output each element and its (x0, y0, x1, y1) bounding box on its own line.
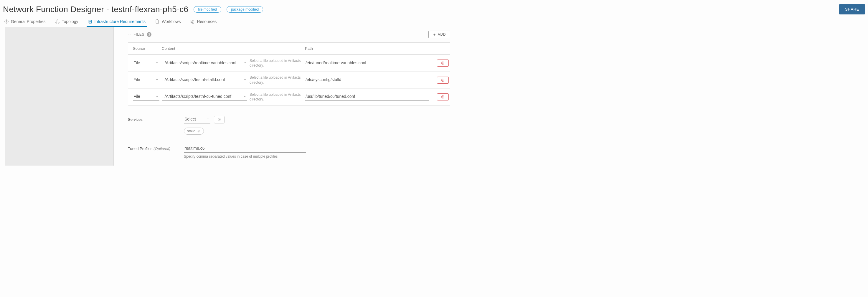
tab-infrastructure-requirements[interactable]: Infrastructure Requirements (87, 17, 147, 27)
services-control: Select stalld (184, 116, 450, 135)
page-title: Network Function Designer - testnf-flexr… (3, 5, 188, 14)
path-value: /usr/lib/tuned/c6/tuned.conf (306, 94, 355, 99)
service-tag[interactable]: stalld (184, 127, 204, 135)
plus-icon (433, 33, 436, 36)
path-value: /etc/tuned/realtime-variables.conf (306, 60, 366, 65)
col-path: Path (305, 46, 429, 51)
tab-label: Infrastructure Requirements (95, 19, 146, 24)
delete-circle-icon (441, 95, 445, 99)
tab-topology[interactable]: Topology (54, 17, 80, 27)
content-value: ../Artifacts/scripts/testnf-c6-tuned.con… (162, 94, 231, 99)
chevron-down-icon (155, 78, 159, 81)
path-input[interactable]: /usr/lib/tuned/c6/tuned.conf (305, 93, 429, 101)
col-content: Content (162, 46, 247, 51)
source-select[interactable]: File (133, 59, 159, 67)
delete-circle-icon (441, 61, 445, 65)
tuned-optional: (Optional) (154, 146, 170, 151)
add-service-button[interactable] (214, 116, 224, 123)
chevron-down-icon (155, 61, 159, 64)
content-select[interactable]: ../Artifacts/scripts/realtime-variables.… (162, 59, 247, 67)
package-modified-badge: package modified (226, 6, 263, 13)
svg-line-7 (58, 21, 58, 22)
files-table-head: Source Content Path (128, 43, 450, 55)
content-hint: Select a file uploaded in Artifacts dire… (250, 75, 303, 85)
left-gap (0, 27, 5, 166)
tuned-label-text: Tuned Profiles (128, 146, 152, 151)
chevron-down-icon (243, 78, 247, 81)
workflows-icon (155, 19, 160, 24)
remove-tag-icon (197, 129, 200, 133)
chevron-down-icon (243, 95, 247, 98)
path-input[interactable]: /etc/tuned/realtime-variables.conf (305, 59, 429, 67)
files-section-toggle[interactable]: FILES 3 (128, 32, 151, 37)
path-value: /etc/sysconfig/stalld (306, 77, 341, 82)
files-section-header: FILES 3 ADD (128, 31, 450, 38)
table-row: File ../Artifacts/scripts/testnf-stalld.… (128, 71, 450, 88)
svg-point-3 (56, 22, 57, 23)
services-select[interactable]: Select (184, 116, 210, 123)
info-icon (4, 19, 9, 24)
content-value: ../Artifacts/scripts/realtime-variables.… (162, 60, 236, 65)
chevron-down-icon (243, 61, 247, 64)
content-hint: Select a file uploaded in Artifacts dire… (250, 92, 303, 102)
page-header: Network Function Designer - testnf-flexr… (0, 0, 868, 17)
tuned-control: realtime,c6 Specify comma separated valu… (184, 145, 450, 158)
services-select-row: Select (184, 116, 450, 123)
tuned-input[interactable]: realtime,c6 (184, 145, 306, 153)
col-source: Source (133, 46, 159, 51)
content-value: ../Artifacts/scripts/testnf-stalld.conf (162, 77, 225, 82)
add-file-button[interactable]: ADD (428, 31, 450, 38)
files-count-badge: 3 (147, 32, 151, 37)
source-value: File (133, 77, 140, 82)
resources-icon (190, 19, 195, 24)
tab-label: Resources (197, 19, 217, 24)
source-select[interactable]: File (133, 76, 159, 84)
topology-icon (55, 19, 60, 24)
services-row: Services Select stalld (128, 116, 450, 135)
svg-line-6 (57, 21, 57, 22)
left-panel (5, 27, 114, 166)
tuned-row: Tuned Profiles (Optional) realtime,c6 Sp… (128, 145, 450, 158)
add-label: ADD (438, 32, 446, 36)
source-select[interactable]: File (133, 93, 159, 101)
source-value: File (133, 94, 140, 99)
requirements-icon (88, 19, 93, 24)
tab-workflows[interactable]: Workflows (154, 17, 182, 27)
delete-row-button[interactable] (437, 77, 449, 84)
services-select-value: Select (184, 117, 196, 121)
chevron-down-icon (206, 117, 210, 121)
svg-point-5 (57, 20, 58, 21)
delete-row-button[interactable] (437, 60, 449, 67)
tab-label: Topology (62, 19, 79, 24)
source-value: File (133, 60, 140, 65)
tab-label: Workflows (162, 19, 181, 24)
tabs: General Properties Topology Infrastructu… (0, 17, 868, 27)
chevron-down-icon (128, 33, 131, 36)
svg-point-4 (58, 22, 59, 23)
services-label: Services (128, 116, 181, 122)
path-input[interactable]: /etc/sysconfig/stalld (305, 76, 429, 84)
tab-label: General Properties (11, 19, 46, 24)
content-select[interactable]: ../Artifacts/scripts/testnf-c6-tuned.con… (162, 93, 247, 101)
tab-resources[interactable]: Resources (189, 17, 218, 27)
main-content: FILES 3 ADD Source Content Path File (114, 27, 456, 166)
delete-circle-icon (441, 78, 445, 82)
service-tag-label: stalld (187, 129, 195, 133)
files-label: FILES (133, 32, 144, 36)
chevron-down-icon (155, 95, 159, 98)
tuned-help: Specify comma separated values in case o… (184, 154, 450, 158)
svg-rect-12 (156, 20, 158, 23)
tuned-label: Tuned Profiles (Optional) (128, 145, 181, 151)
body-area: FILES 3 ADD Source Content Path File (0, 27, 868, 166)
share-button[interactable]: SHARE (839, 4, 865, 14)
file-modified-badge: file modified (193, 6, 221, 13)
content-hint: Select a file uploaded in Artifacts dire… (250, 58, 303, 68)
table-row: File ../Artifacts/scripts/testnf-c6-tune… (128, 88, 450, 105)
delete-row-button[interactable] (437, 93, 449, 100)
tab-general-properties[interactable]: General Properties (3, 17, 47, 27)
title-wrap: Network Function Designer - testnf-flexr… (3, 5, 263, 14)
files-table: Source Content Path File ../Artifacts/sc… (128, 42, 450, 106)
tuned-value: realtime,c6 (184, 146, 205, 151)
content-select[interactable]: ../Artifacts/scripts/testnf-stalld.conf (162, 76, 247, 84)
plus-circle-icon (217, 118, 221, 121)
